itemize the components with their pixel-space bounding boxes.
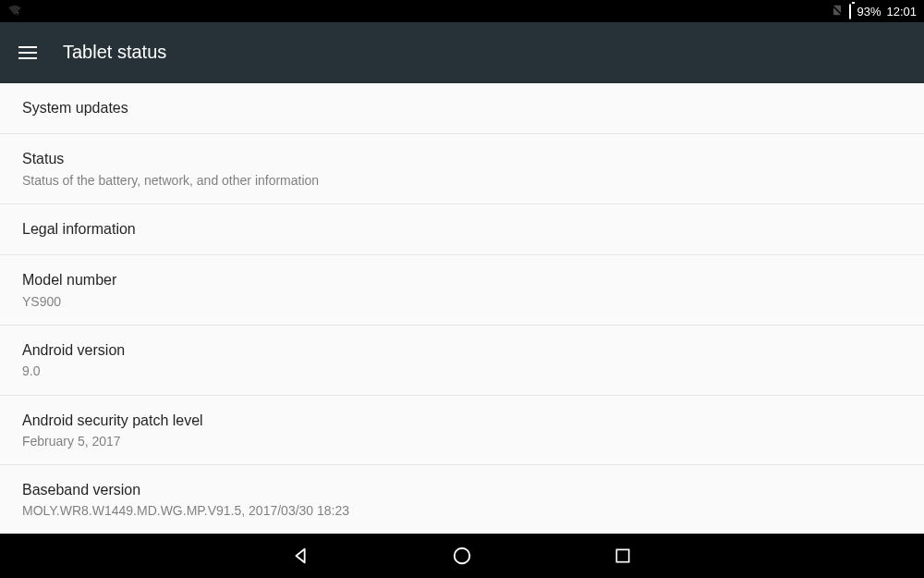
- page-title: Tablet status: [63, 42, 166, 63]
- item-android-version[interactable]: Android version 9.0: [0, 326, 924, 396]
- app-bar: Tablet status: [0, 22, 924, 83]
- svg-point-3: [455, 548, 470, 564]
- status-bar: ? 93% 12:01: [0, 0, 924, 22]
- item-title: Android security patch level: [22, 411, 902, 431]
- item-title: Legal information: [22, 219, 902, 240]
- no-sim-icon: [831, 4, 844, 19]
- item-title: Model number: [22, 270, 902, 290]
- back-button[interactable]: [290, 545, 312, 567]
- item-title: System updates: [22, 98, 902, 118]
- item-title: Baseband version: [22, 480, 902, 500]
- item-baseband-version[interactable]: Baseband version MOLY.WR8.W1449.MD.WG.MP…: [0, 465, 924, 534]
- svg-text:?: ?: [16, 11, 19, 17]
- battery-percent: 93%: [857, 5, 881, 18]
- item-status[interactable]: Status Status of the battery, network, a…: [0, 134, 924, 204]
- item-subtitle: Status of the battery, network, and othe…: [22, 172, 902, 189]
- svg-rect-4: [616, 549, 628, 561]
- item-title: Android version: [22, 340, 902, 361]
- recent-apps-button[interactable]: [612, 545, 634, 567]
- item-security-patch[interactable]: Android security patch level February 5,…: [0, 396, 924, 466]
- settings-list: System updates Status Status of the batt…: [0, 83, 924, 534]
- menu-icon[interactable]: [18, 46, 37, 59]
- navigation-bar: [0, 534, 924, 578]
- item-title: Status: [22, 149, 902, 169]
- item-legal-information[interactable]: Legal information: [0, 204, 924, 255]
- battery-icon: [849, 5, 851, 18]
- clock: 12:01: [886, 5, 917, 18]
- wifi-icon: ?: [7, 3, 22, 20]
- item-subtitle: February 5, 2017: [22, 433, 902, 449]
- item-system-updates[interactable]: System updates: [0, 83, 924, 134]
- item-model-number[interactable]: Model number YS900: [0, 255, 924, 326]
- item-subtitle: 9.0: [22, 363, 902, 379]
- home-button[interactable]: [451, 545, 473, 567]
- item-subtitle: MOLY.WR8.W1449.MD.WG.MP.V91.5, 2017/03/3…: [22, 502, 902, 519]
- item-subtitle: YS900: [22, 293, 902, 310]
